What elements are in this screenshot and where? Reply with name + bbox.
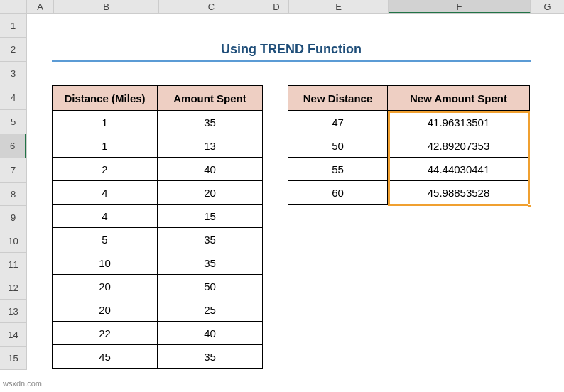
- row-header-8[interactable]: 8: [0, 183, 26, 206]
- row-header-6[interactable]: 6: [0, 134, 26, 158]
- table-row: 113: [53, 134, 263, 158]
- page-title: Using TREND Function: [52, 38, 531, 62]
- table-row: 2025: [53, 298, 263, 322]
- row-header-5[interactable]: 5: [0, 110, 26, 134]
- table-row: 1035: [53, 251, 263, 275]
- col-header-d[interactable]: D: [264, 0, 289, 13]
- table-row: 4741.96313501: [288, 111, 530, 134]
- row-header-13[interactable]: 13: [0, 300, 26, 323]
- table-row: 535: [53, 228, 263, 251]
- row-header-12[interactable]: 12: [0, 276, 26, 300]
- row-header-2[interactable]: 2: [0, 38, 26, 62]
- table1-header-amount: Amount Spent: [158, 86, 263, 111]
- table-row: 6045.98853528: [288, 181, 530, 205]
- table1-header-distance: Distance (Miles): [53, 86, 158, 111]
- table-row: 2050: [53, 275, 263, 298]
- row-header-1[interactable]: 1: [0, 14, 26, 38]
- row-header-10[interactable]: 10: [0, 229, 26, 253]
- row-header-9[interactable]: 9: [0, 206, 26, 229]
- table-row: 4535: [53, 345, 263, 369]
- col-header-a[interactable]: A: [27, 0, 54, 13]
- cells-area[interactable]: Using TREND Function Distance (Miles) Am…: [27, 14, 564, 370]
- table-row: 5544.44030441: [288, 158, 530, 181]
- col-header-g[interactable]: G: [531, 0, 564, 13]
- row-header-3[interactable]: 3: [0, 62, 26, 85]
- row-header-11[interactable]: 11: [0, 253, 26, 276]
- column-headers: A B C D E F G: [0, 0, 564, 14]
- row-header-7[interactable]: 7: [0, 158, 26, 183]
- col-header-b[interactable]: B: [54, 0, 159, 13]
- row-header-15[interactable]: 15: [0, 347, 26, 370]
- result-data-table: New Distance New Amount Spent 4741.96313…: [288, 85, 530, 205]
- table2-header-newamount: New Amount Spent: [388, 86, 530, 111]
- row-headers: 1 2 3 4 5 6 7 8 9 10 11 12 13 14 15: [0, 14, 27, 370]
- table-row: 420: [53, 181, 263, 205]
- source-data-table: Distance (Miles) Amount Spent 135 113 24…: [52, 85, 263, 369]
- col-header-f[interactable]: F: [389, 0, 531, 13]
- col-header-e[interactable]: E: [289, 0, 389, 13]
- row-header-4[interactable]: 4: [0, 85, 26, 110]
- row-header-14[interactable]: 14: [0, 323, 26, 347]
- table2-header-newdistance: New Distance: [288, 86, 388, 111]
- table-row: 415: [53, 205, 263, 228]
- select-all-corner[interactable]: [0, 0, 27, 13]
- table-row: 135: [53, 111, 263, 134]
- table-row: 5042.89207353: [288, 134, 530, 158]
- table-row: 240: [53, 158, 263, 181]
- col-header-c[interactable]: C: [159, 0, 264, 13]
- fill-handle[interactable]: [528, 204, 532, 208]
- watermark: wsxdn.com: [3, 379, 42, 388]
- table-row: 2240: [53, 322, 263, 345]
